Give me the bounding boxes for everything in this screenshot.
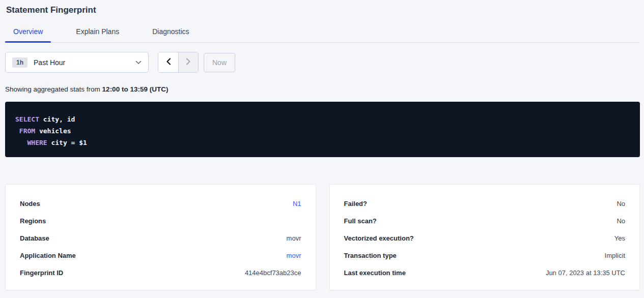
time-toolbar: 1h Past Hour Now (5, 52, 640, 73)
row-label: Database (20, 234, 49, 242)
application-name-link[interactable]: movr (287, 252, 301, 259)
chevron-right-icon (186, 58, 191, 67)
time-step-button-group (158, 52, 199, 73)
row-value: Implicit (605, 252, 625, 259)
detail-row-database: Database movr (20, 229, 301, 247)
row-label: Last execution time (344, 269, 406, 277)
row-label: Nodes (20, 200, 40, 207)
row-value: Yes (614, 234, 625, 242)
row-value: 414e4bcf73ab23ce (245, 269, 301, 277)
now-button[interactable]: Now (204, 53, 235, 72)
aggregated-stats-prefix: Showing aggregated stats from (5, 85, 102, 93)
detail-row-last-execution-time: Last execution time Jun 07, 2023 at 13:3… (344, 264, 626, 281)
statement-details-card-left: Nodes N1 Regions Database movr Applicati… (5, 184, 316, 290)
sql-statement-box: SELECT city, id FROM vehicles WHERE city… (5, 102, 640, 157)
row-label: Transaction type (344, 252, 397, 259)
next-time-button[interactable] (178, 52, 198, 72)
tab-explain-plans[interactable]: Explain Plans (68, 27, 127, 42)
row-value: Jun 07, 2023 at 13:35 UTC (546, 269, 625, 277)
sql-line: WHERE city = $1 (15, 137, 630, 148)
detail-row-vectorized-execution: Vectorized execution? Yes (344, 229, 626, 247)
sql-text: vehicles (35, 127, 71, 135)
sql-keyword: WHERE (27, 139, 47, 146)
statement-details-card-right: Failed? No Full scan? No Vectorized exec… (329, 184, 640, 290)
aggregated-stats-text: Showing aggregated stats from 12:00 to 1… (5, 85, 640, 93)
detail-row-application-name: Application Name movr (20, 247, 301, 264)
tab-bar: Overview Explain Plans Diagnostics (5, 27, 640, 43)
row-value: No (617, 200, 625, 207)
detail-row-full-scan: Full scan? No (344, 212, 626, 229)
nodes-link[interactable]: N1 (293, 200, 301, 207)
row-label: Application Name (20, 252, 76, 259)
page-title: Statement Fingerprint (6, 5, 640, 15)
details-cards: Nodes N1 Regions Database movr Applicati… (5, 184, 640, 290)
detail-row-regions: Regions (20, 212, 301, 229)
row-label: Vectorized execution? (344, 234, 414, 242)
tab-diagnostics[interactable]: Diagnostics (144, 27, 197, 42)
detail-row-fingerprint-id: Fingerprint ID 414e4bcf73ab23ce (20, 264, 301, 281)
sql-line: FROM vehicles (15, 125, 630, 137)
tab-overview[interactable]: Overview (5, 27, 51, 42)
sql-line: SELECT city, id (15, 113, 630, 125)
statement-fingerprint-page: Statement Fingerprint Overview Explain P… (0, 0, 644, 290)
sql-keyword: SELECT (15, 115, 39, 123)
detail-row-failed: Failed? No (344, 195, 626, 212)
row-label: Regions (20, 217, 46, 225)
row-value: movr (287, 234, 301, 242)
chevron-left-icon (166, 58, 171, 67)
sql-text: city = $1 (47, 139, 87, 146)
time-range-badge: 1h (12, 57, 27, 68)
sql-text: city, id (39, 115, 75, 123)
row-value: No (617, 217, 625, 225)
row-label: Failed? (344, 200, 368, 207)
time-range-label: Past Hour (34, 58, 65, 67)
detail-row-transaction-type: Transaction type Implicit (344, 247, 626, 264)
chevron-down-icon (135, 61, 142, 65)
detail-row-nodes: Nodes N1 (20, 195, 301, 212)
previous-time-button[interactable] (158, 52, 178, 72)
aggregated-stats-range: 12:00 to 13:59 (UTC) (102, 85, 169, 93)
time-range-dropdown[interactable]: 1h Past Hour (5, 52, 149, 73)
row-label: Full scan? (344, 217, 377, 225)
sql-keyword: FROM (19, 127, 35, 135)
row-label: Fingerprint ID (20, 269, 63, 277)
